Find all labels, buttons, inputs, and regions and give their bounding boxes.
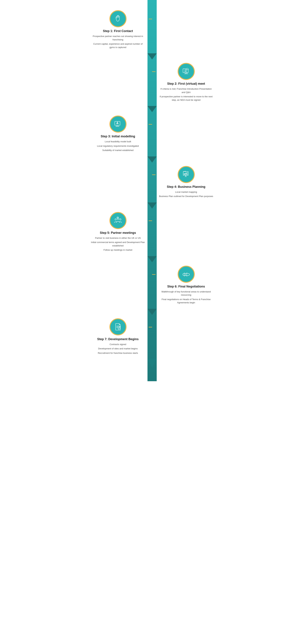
step-6-content: Step 6: Final Negotiations Walkthrough o…: [155, 285, 217, 306]
step-3-icon: [109, 116, 127, 132]
step-4-title: Step 4: Business Planning: [159, 185, 213, 189]
step-7-desc-1: Contracts signed: [97, 343, 139, 346]
svg-point-33: [115, 218, 116, 220]
step-5-right-empty: [152, 208, 217, 248]
step-6-icon: [178, 266, 195, 283]
step-2-desc-1: If criteria is met; Franchise Introducti…: [159, 87, 213, 94]
step-3-desc-2: Local regulatory requirements investigat…: [97, 144, 139, 148]
step-5-row: Step 5: Partner meetings Partner to visi…: [87, 208, 217, 256]
arrow-6: [87, 309, 217, 315]
step-3-left: Step 3: Initial modelling Local feasibil…: [87, 112, 152, 156]
svg-point-18: [117, 122, 118, 124]
step-4-right: Step 4: Business Planning Local market m…: [152, 162, 217, 202]
step-6-row: Step 6: Final Negotiations Walkthrough o…: [87, 262, 217, 309]
step-3-row: Step 3: Initial modelling Local feasibil…: [87, 112, 217, 156]
step-2-desc-2: If prospective partner is interested to …: [159, 95, 213, 102]
step-3-desc-3: Suitability of market established: [97, 148, 139, 152]
step-1-content: Step 1: First Contact Prospective partne…: [87, 29, 149, 50]
step-2-left-empty: [87, 60, 152, 97]
step-4-left-empty: [87, 162, 152, 198]
svg-marker-38: [147, 309, 157, 315]
svg-marker-4: [147, 53, 157, 60]
step-7-row: Step 7: Development Begins Contracts sig…: [87, 315, 217, 359]
step-5-desc-1: Partner to visit business in either the …: [91, 236, 145, 240]
step-7-desc-3: Recruitment for franchise business start…: [97, 352, 139, 355]
arrow-3: [87, 156, 217, 162]
step-5-connector: [149, 220, 152, 221]
step-7-title: Step 7: Development Begins: [97, 338, 139, 341]
svg-marker-20: [147, 156, 157, 162]
step-5-desc-3: Follow up meetings in market: [91, 248, 145, 252]
step-5-content: Step 5: Partner meetings Partner to visi…: [87, 231, 149, 253]
step-4-row: Step 4: Business Planning Local market m…: [87, 162, 217, 202]
svg-marker-12: [147, 106, 157, 112]
step-7-right-empty: [152, 315, 217, 354]
step-2-title: Step 2: First (virtual) meet: [159, 82, 213, 86]
step-1-desc-2: Current capital, experience and aspired …: [91, 42, 145, 49]
step-4-desc-1: Local market mapping: [159, 190, 213, 194]
svg-marker-37: [147, 256, 157, 262]
svg-marker-44: [147, 359, 157, 368]
arrow-1: [87, 53, 217, 60]
step-7-connector: [149, 327, 152, 327]
step-1-desc-1: Prospective partner reaches out showing …: [91, 34, 145, 41]
step-1-left: Step 1: First Contact Prospective partne…: [87, 7, 152, 53]
step-3-connector: [149, 124, 152, 124]
step-3-title: Step 3: Initial modelling: [97, 135, 139, 138]
step-5-title: Step 5: Partner meetings: [91, 231, 145, 235]
step-1-icon: [109, 10, 127, 27]
step-2-icon: ✓: [178, 63, 195, 80]
svg-marker-31: [147, 202, 157, 208]
step-3-content: Step 3: Initial modelling Local feasibil…: [94, 135, 142, 153]
step-3-right-empty: [152, 112, 217, 150]
svg-point-34: [120, 218, 121, 220]
svg-line-22: [185, 175, 185, 177]
svg-line-23: [186, 175, 186, 177]
step-6-desc-1: Walkthrough of key functional areas to u…: [159, 290, 213, 297]
step-2-content: Step 2: First (virtual) meet If criteria…: [155, 82, 217, 102]
step-6-right: Step 6: Final Negotiations Walkthrough o…: [152, 262, 217, 309]
step-6-connector: [152, 274, 155, 275]
step-1-row: Step 1: First Contact Prospective partne…: [87, 7, 217, 53]
step-5-desc-2: Initial commercial terms agreed and Deve…: [91, 241, 145, 247]
svg-marker-36: [117, 218, 118, 218]
step-2-connector: [152, 72, 155, 72]
step-2-row: ✓ Step 2: First (virtual) meet If criter…: [87, 60, 217, 106]
step-6-desc-2: Final negotiations on Heads of Terms & F…: [159, 298, 213, 304]
arrow-2: [87, 106, 217, 112]
step-1-right-empty: [152, 7, 217, 41]
step-4-content: Step 4: Business Planning Local market m…: [156, 185, 216, 199]
svg-point-9: [185, 70, 186, 71]
step-4-desc-2: Business Plan outlined for Development P…: [159, 194, 213, 198]
final-arrow: [87, 359, 217, 368]
step-7-desc-2: Development of sites and market begins: [97, 347, 139, 350]
arrow-5: [87, 256, 217, 262]
svg-text:✓: ✓: [187, 69, 188, 70]
step-2-right: ✓ Step 2: First (virtual) meet If criter…: [152, 60, 217, 106]
step-4-icon: [178, 166, 195, 183]
step-3-desc-1: Local feasibility model built: [97, 140, 139, 143]
step-4-connector: [152, 174, 155, 175]
step-7-left: Step 7: Development Begins Contracts sig…: [87, 315, 152, 359]
arrow-4: [87, 202, 217, 208]
step-1-connector: [149, 19, 152, 19]
step-5-left: Step 5: Partner meetings Partner to visi…: [87, 208, 152, 256]
step-1-title: Step 1: First Contact: [91, 29, 145, 33]
step-5-icon: [109, 212, 127, 229]
step-7-icon: [109, 318, 127, 336]
step-6-left-empty: [87, 262, 152, 300]
step-6-title: Step 6: Final Negotiations: [159, 285, 213, 288]
step-7-content: Step 7: Development Begins Contracts sig…: [94, 338, 142, 356]
